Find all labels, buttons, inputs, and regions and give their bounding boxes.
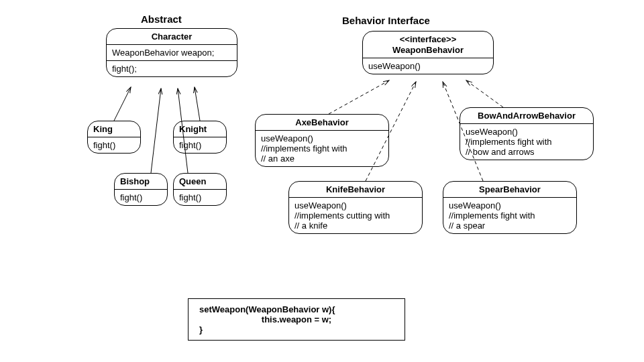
class-axebehavior: AxeBehavior useWeapon() //implements fig… [255, 114, 389, 167]
class-knight-name: Knight [174, 121, 226, 137]
class-axebehavior-name: AxeBehavior [256, 115, 388, 131]
class-character: Character WeaponBehavior weapon; fight()… [106, 28, 237, 77]
class-knight: Knight fight() [173, 121, 227, 154]
class-bishop: Bishop fight() [114, 173, 168, 206]
class-knifebehavior-name: KnifeBehavior [289, 182, 422, 198]
class-king-name: King [88, 121, 140, 137]
class-knight-method: fight() [174, 137, 226, 153]
interface-title: Behavior Interface [342, 15, 430, 26]
class-bowbehavior-name: BowAndArrowBehavior [460, 108, 593, 124]
class-bowbehavior: BowAndArrowBehavior useWeapon() //implem… [460, 107, 594, 160]
class-king-method: fight() [88, 137, 140, 153]
code-line1: setWeapon(WeaponBehavior w){ [199, 304, 394, 314]
svg-line-1 [195, 87, 200, 121]
class-bishop-method: fight() [115, 190, 167, 205]
svg-line-5 [466, 80, 503, 107]
class-spearbehavior-name: SpearBehavior [443, 182, 576, 198]
class-queen: Queen fight() [173, 173, 227, 206]
code-line3: } [199, 324, 394, 335]
class-bishop-name: Bishop [115, 174, 167, 190]
interface-weaponbehavior-header: <<interface>> WeaponBehavior [363, 32, 493, 58]
class-queen-name: Queen [174, 174, 226, 190]
interface-weaponbehavior: <<interface>> WeaponBehavior useWeapon() [362, 31, 494, 74]
class-axebehavior-body: useWeapon() //implements fight with // a… [256, 131, 388, 166]
svg-line-4 [329, 80, 389, 114]
class-queen-method: fight() [174, 190, 226, 205]
class-character-name: Character [107, 29, 237, 45]
class-king: King fight() [87, 121, 141, 154]
class-spearbehavior-body: useWeapon() //implements fight with // a… [443, 198, 576, 233]
class-character-field: WeaponBehavior weapon; [107, 45, 237, 61]
abstract-title: Abstract [141, 13, 182, 25]
class-bowbehavior-body: useWeapon() //implements fight with // b… [460, 124, 593, 160]
svg-line-0 [114, 87, 131, 121]
code-snippet: setWeapon(WeaponBehavior w){ this.weapon… [188, 298, 405, 341]
class-character-method: fight(); [107, 61, 237, 76]
interface-method: useWeapon() [363, 58, 493, 74]
interface-name: WeaponBehavior [392, 45, 464, 55]
class-knifebehavior-body: useWeapon() //implements cutting with //… [289, 198, 422, 233]
class-knifebehavior: KnifeBehavior useWeapon() //implements c… [288, 181, 423, 234]
svg-line-2 [151, 88, 161, 173]
class-spearbehavior: SpearBehavior useWeapon() //implements f… [443, 181, 577, 234]
interface-stereotype: <<interface>> [400, 34, 457, 44]
code-line2: this.weapon = w; [199, 314, 394, 324]
